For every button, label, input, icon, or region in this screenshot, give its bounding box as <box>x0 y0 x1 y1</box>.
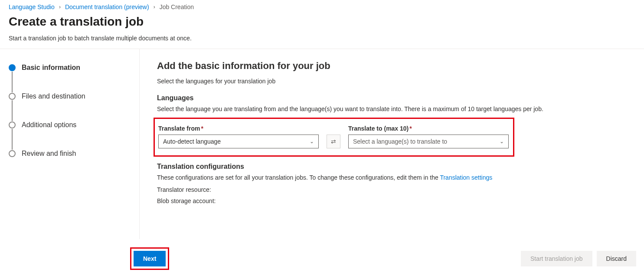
translate-from-dropdown[interactable]: Auto-detect language ⌄ <box>158 135 319 148</box>
main-panel: Add the basic information for your job S… <box>140 49 644 239</box>
step-label: Basic information <box>22 64 80 72</box>
swap-languages-button[interactable]: ⇄ <box>327 135 340 148</box>
languages-title: Languages <box>157 94 636 102</box>
breadcrumb: Language Studio › Document translation (… <box>0 0 644 12</box>
start-translation-button: Start translation job <box>521 251 592 266</box>
translate-to-placeholder: Select a language(s) to translate to <box>353 138 447 145</box>
breadcrumb-language-studio[interactable]: Language Studio <box>9 3 55 10</box>
chevron-down-icon: ⌄ <box>310 138 314 145</box>
step-circle-icon <box>9 150 16 157</box>
step-review-finish[interactable]: Review and finish <box>9 150 131 158</box>
config-title: Translation configurations <box>157 163 636 171</box>
translator-resource-row: Translator resource: <box>157 186 636 193</box>
next-button[interactable]: Next <box>134 251 166 266</box>
next-highlight: Next <box>130 247 169 270</box>
section-heading: Add the basic information for your job <box>157 60 636 72</box>
chevron-right-icon: › <box>59 4 61 10</box>
translate-to-label: Translate to (max 10)* <box>348 125 509 132</box>
discard-button[interactable]: Discard <box>597 251 636 266</box>
step-circle-icon <box>9 64 16 71</box>
translate-from-field: Translate from* Auto-detect language ⌄ <box>158 125 319 148</box>
wizard-stepper: Basic information Files and destination … <box>0 49 140 239</box>
step-label: Review and finish <box>22 150 76 158</box>
page-subtitle: Start a translation job to batch transla… <box>9 35 635 42</box>
breadcrumb-current: Job Creation <box>160 3 194 10</box>
section-description: Select the languages for your translatio… <box>157 78 636 85</box>
step-connector <box>12 129 13 150</box>
page-title: Create a translation job <box>9 15 635 29</box>
blob-storage-row: Blob storage account: <box>157 197 636 204</box>
translation-settings-link[interactable]: Translation settings <box>440 174 492 181</box>
languages-highlight: Translate from* Auto-detect language ⌄ ⇄… <box>154 118 514 157</box>
step-connector <box>12 100 13 121</box>
step-connector <box>12 72 13 92</box>
chevron-right-icon: › <box>154 4 155 10</box>
step-circle-icon <box>9 122 16 128</box>
step-label: Files and destination <box>22 92 85 100</box>
page-header: Create a translation job Start a transla… <box>0 12 644 49</box>
step-circle-icon <box>9 93 16 100</box>
wizard-footer: Next Start translation job Discard <box>0 246 644 276</box>
config-description: These configurations are set for all you… <box>157 174 636 181</box>
translate-from-label: Translate from* <box>158 125 319 132</box>
swap-icon: ⇄ <box>331 138 336 145</box>
translate-from-value: Auto-detect language <box>163 138 221 145</box>
step-files-destination[interactable]: Files and destination <box>9 92 131 100</box>
step-additional-options[interactable]: Additional options <box>9 121 131 129</box>
translate-to-field: Translate to (max 10)* Select a language… <box>348 125 509 148</box>
breadcrumb-document-translation[interactable]: Document translation (preview) <box>65 3 149 10</box>
languages-subtitle: Select the language you are translating … <box>157 105 636 112</box>
translate-to-dropdown[interactable]: Select a language(s) to translate to ⌄ <box>348 135 509 148</box>
chevron-down-icon: ⌄ <box>500 138 504 145</box>
step-basic-information[interactable]: Basic information <box>9 64 131 72</box>
step-label: Additional options <box>22 121 76 129</box>
